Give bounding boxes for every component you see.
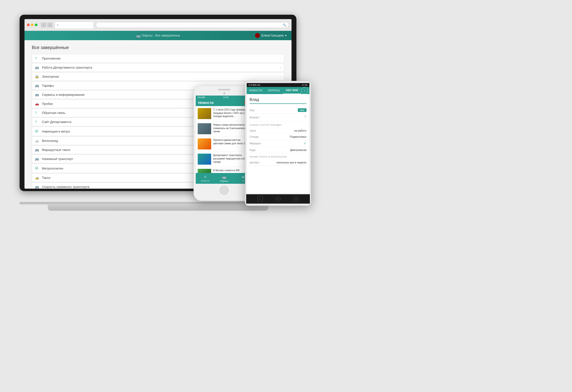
bus-icon: 🚌 — [35, 157, 40, 161]
tab-label: + — [57, 24, 58, 26]
field-row[interactable]: Полмуж — [250, 107, 306, 114]
app-header: 🚌 Опросы › Все завершённые Елена Гальцин… — [25, 31, 291, 40]
android-nav-btn-0[interactable]: ← — [257, 196, 263, 202]
field-value: Подмосковье — [290, 135, 306, 138]
nav-item-опросы[interactable]: 🚌 Опросы — [215, 173, 234, 184]
close-dot[interactable] — [27, 24, 30, 26]
android-screen: ▾ ▾ WiFi 4G 17:42 НОВОСТИОПРОСЫОБО МНЕi … — [247, 83, 309, 193]
phone1-app-title: Новости — [198, 100, 214, 105]
fullscreen-dot[interactable] — [35, 24, 37, 26]
android-time: 17:42 — [302, 84, 307, 86]
chevron-right-icon: › — [280, 75, 281, 78]
survey-label: Маршрутные такси — [42, 148, 70, 152]
news-item[interactable]: С 1 июля 2013 года прекращена продажа би… — [196, 106, 253, 121]
chevron-right-icon: › — [280, 66, 281, 69]
iphone-screen: Билайн 14:54 70% Новости Ин С 1 июля 201… — [196, 96, 253, 184]
field-row[interactable]: Возраст? — [250, 114, 306, 121]
field-row[interactable]: ОткудаПодмосковье — [250, 134, 306, 140]
android-bottom-bar: ←○□ — [246, 194, 310, 204]
question-icon: ? — [35, 120, 40, 124]
android-content: ПолмужВозраст? САМАЯ ЧАСТАЯ ПОЕЗДКА Цель… — [247, 94, 309, 168]
survey-label: Работа Департамента транспорта — [42, 66, 92, 69]
bus-icon: 🚌 — [35, 66, 40, 69]
car-icon: 🚗 — [35, 102, 40, 106]
nav-icon: ⊕ — [241, 175, 245, 179]
android-device: ▾ ▾ WiFi 4G 17:42 НОВОСТИОПРОСЫОБО МНЕi … — [245, 81, 311, 206]
survey-label: Пробки — [42, 102, 53, 106]
back-button[interactable]: ‹ — [41, 23, 46, 27]
field-value: Дмитровская — [290, 148, 306, 151]
browser-nav: ‹ › — [41, 23, 53, 27]
gender-badge: муж — [298, 108, 306, 112]
survey-label: Обратная связь — [42, 111, 65, 115]
bus-icon: 🚌 — [35, 93, 40, 97]
nav-label: Я — [242, 180, 244, 182]
section-also: КРОМЕ ЭТОГО Я ИСПОЛЬЗУЮ — [250, 156, 306, 158]
field-label: Пол — [250, 109, 254, 112]
survey-item[interactable]: ? Приложение › — [32, 54, 284, 63]
field-row[interactable]: Цельна работу — [250, 128, 306, 134]
bus-icon: 🚌 — [35, 185, 40, 189]
bus-header-icon: 🚌 — [136, 33, 141, 38]
name-input[interactable] — [250, 97, 306, 104]
info-button[interactable]: i — [301, 87, 308, 94]
taxi-icon: 🚕 — [35, 176, 40, 180]
survey-item[interactable]: 🚌 Работа Департамента транспорта › — [32, 63, 284, 72]
nav-item-новости[interactable]: ≡ Новости — [196, 173, 215, 184]
android-nav-btn-2[interactable]: □ — [293, 196, 299, 202]
carrier-label: Билайн — [198, 96, 205, 98]
survey-label: Метрополитен — [42, 167, 63, 170]
address-bar[interactable]: 🔍 — [96, 22, 289, 28]
field-label: Откуда — [250, 135, 258, 138]
news-item[interactable]: Принята единая жёлтая цветовая гамма для… — [196, 136, 253, 152]
android-nav-btn-1[interactable]: ○ — [275, 196, 281, 202]
field-label: Маршрут — [250, 142, 261, 145]
user-avatar — [255, 33, 260, 38]
browser-tab[interactable]: + — [55, 22, 94, 28]
nav-label: Новости — [201, 180, 209, 182]
question-icon: ? — [35, 57, 40, 60]
survey-item[interactable]: 🚋 Электрички › — [32, 72, 284, 81]
checkmark-icon: ✓ — [303, 141, 306, 145]
field-value: на работу — [294, 129, 306, 132]
search-icon: 🔍 — [283, 23, 286, 27]
bike-icon: 🚲 — [35, 139, 40, 143]
tab-опросы[interactable]: ОПРОСЫ — [265, 87, 283, 94]
news-thumbnail — [198, 138, 211, 149]
breadcrumb-home[interactable]: Опросы — [142, 34, 153, 37]
android-tab-bar: НОВОСТИОПРОСЫОБО МНЕi — [247, 87, 309, 94]
survey-label: Наземный транспорт — [42, 157, 73, 161]
android-icons: ▾ ▾ WiFi 4G — [249, 84, 260, 86]
field-row[interactable]: КудаДмитровская — [250, 147, 306, 153]
tab-новости[interactable]: НОВОСТИ — [247, 87, 265, 94]
minimize-dot[interactable] — [31, 24, 33, 26]
android-body: ▾ ▾ WiFi 4G 17:42 НОВОСТИОПРОСЫОБО МНЕi … — [245, 81, 311, 206]
field-row[interactable]: автобуснесколько раз в неделю — [250, 160, 306, 166]
section-frequent: САМАЯ ЧАСТАЯ ПОЕЗДКА — [250, 124, 306, 126]
field-row[interactable]: Маршрут✓ — [250, 140, 306, 147]
survey-label: Такси — [42, 176, 50, 180]
news-thumbnail — [198, 123, 211, 134]
news-item[interactable]: Департамент транспорта расширяет маршрут… — [196, 152, 253, 167]
laptop-base — [48, 204, 268, 211]
breadcrumb: 🚌 Опросы › Все завершённые — [136, 33, 180, 38]
iphone-camera — [223, 92, 225, 94]
page-title: Все завершённые — [32, 45, 284, 50]
news-thumbnail — [198, 108, 211, 119]
user-menu[interactable]: Елена Гальцина ▾ — [255, 33, 286, 38]
iphone-home-button[interactable] — [220, 186, 229, 195]
news-thumbnail — [198, 154, 211, 165]
forward-button[interactable]: › — [47, 23, 53, 27]
phone1-news-list: С 1 июля 2013 года прекращена продажа би… — [196, 106, 253, 182]
metro-icon: Ⓜ — [35, 166, 40, 171]
browser-chrome: ‹ › + 🔍 — [25, 19, 291, 31]
nav-icon: 🚌 — [222, 175, 227, 179]
tab-обо мне[interactable]: ОБО МНЕ — [283, 87, 301, 94]
chevron-down-icon: ▾ — [285, 34, 286, 37]
survey-label: Сервисы и информирование — [42, 93, 84, 97]
field-label: Возраст — [250, 116, 260, 119]
user-name: Елена Гальцина — [261, 34, 284, 37]
phone1-bottom-nav: ≡ Новости 🚌 Опросы ⊕ Я — [196, 173, 253, 184]
iphone-speaker — [218, 89, 230, 90]
news-item[interactable]: Новые схемы метрополитена появились на С… — [196, 121, 253, 136]
